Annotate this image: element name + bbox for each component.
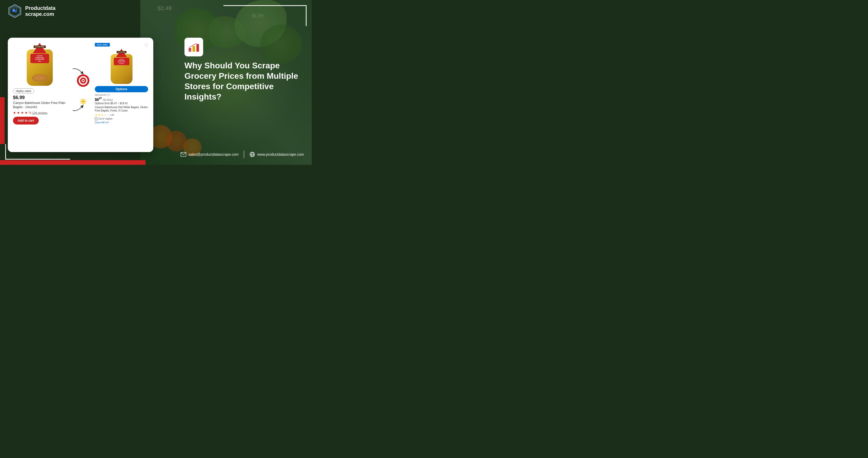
email-address: sales@productdatascrape.com [188, 152, 239, 156]
wm-star-1: ★ [95, 113, 97, 117]
bagel-visual-left [32, 74, 48, 82]
store-logo-divider: ✳ [69, 43, 92, 147]
wm-star-empty-2: ★ [107, 113, 110, 117]
add-to-cart-button[interactable]: Add to cart [13, 117, 39, 124]
logo-text: Productdata scrape.com [25, 5, 56, 17]
snap-eligible-label: ▪ SNAP eligible [95, 118, 148, 120]
logo-icon [8, 4, 22, 18]
heart-icon[interactable]: ♡ [145, 43, 148, 48]
walmart-product-name: Canyon Bakehouse Deli White Bagels, Glut… [95, 105, 148, 112]
email-contact: sales@productdatascrape.com [181, 152, 239, 157]
arrows-container: ✳ [70, 66, 91, 123]
frame-top-right [223, 5, 307, 26]
walmart-price-per-oz: 46.2¢/oz [103, 98, 113, 101]
target-star-rating: ★ ★ ★ ★ ½ 134 reviews [13, 111, 48, 115]
sponsored-label: Sponsored i [95, 94, 148, 96]
wm-star-2: ★ [98, 113, 100, 117]
globe-icon [249, 152, 255, 157]
arrow-curve-bottom [70, 97, 86, 113]
target-product-name: Canyon Bakehouse Gluten Free Plain Bagel… [13, 101, 66, 109]
chart-icon-box: $ [184, 38, 203, 56]
walmart-plus-label: Save with W+ [95, 121, 148, 124]
walmart-product-image: GLUTEN FREE CANYONBAKEHOUSEGLUTEN FREEDe… [95, 49, 148, 84]
gluten-free-label-right: GLUTEN FREE [116, 51, 126, 53]
email-icon [181, 152, 186, 157]
star-5-half: ½ [29, 111, 31, 115]
star-1: ★ [13, 111, 16, 115]
bar-chart-icon: $ [188, 41, 200, 53]
target-product-image: GLUTEN FREE CANYONBAKEHOUSEGLUTEN FREEPl… [13, 43, 66, 86]
svg-rect-15 [196, 44, 199, 52]
contact-bar: sales@productdatascrape.com www.productd… [181, 151, 304, 158]
best-seller-badge: Best seller [95, 43, 110, 47]
sponsored-info-icon: i [107, 94, 110, 96]
snap-icon: ▪ [95, 118, 97, 120]
walmart-options-range: Options from $6.47 – $19.41 [95, 102, 148, 105]
walmart-reviews-count: 136 [110, 114, 114, 116]
walmart-price: $647 46.2¢/oz [95, 97, 148, 102]
target-price: $6.99 [13, 95, 25, 100]
red-accent-bar-bottom [0, 160, 146, 165]
svg-rect-14 [192, 46, 195, 52]
red-accent-bar-left [0, 97, 5, 144]
arrow-curve-top [70, 66, 86, 82]
target-product-section: GLUTEN FREE CANYONBAKEHOUSEGLUTEN FREEPl… [13, 43, 66, 147]
walmart-star-rating: ★ ★ ½ ★ ★ 136 [95, 113, 148, 117]
gluten-free-label-left: GLUTEN FREE [33, 45, 46, 48]
website-contact: www.productdatascrape.com [249, 152, 304, 157]
main-heading: Why Should You Scrape Grocery Prices fro… [184, 60, 304, 102]
star-3: ★ [21, 111, 24, 115]
target-reviews-count: 134 reviews [32, 111, 48, 114]
contact-divider [244, 151, 244, 158]
right-content-area: $ Why Should You Scrape Grocery Prices f… [184, 38, 304, 107]
website-url: www.productdatascrape.com [257, 152, 304, 156]
wm-star-half: ½ [101, 113, 103, 117]
canyon-label-right: CANYONBAKEHOUSEGLUTEN FREEDeli White [114, 58, 129, 65]
wm-star-empty-1: ★ [104, 113, 106, 117]
svg-text:$: $ [189, 50, 190, 52]
logo-area: Productdata scrape.com [8, 4, 56, 18]
walmart-product-section: Best seller ♡ GLUTEN FREE CANYONBAKEHOUS… [95, 43, 148, 147]
product-comparison-card: GLUTEN FREE CANYONBAKEHOUSEGLUTEN FREEPl… [8, 38, 153, 152]
star-4: ★ [25, 111, 28, 115]
options-button[interactable]: Options [95, 86, 148, 92]
highly-rated-badge: Highly rated [13, 88, 34, 94]
star-2: ★ [17, 111, 20, 115]
canyon-label-left: CANYONBAKEHOUSEGLUTEN FREEPlain [30, 54, 49, 63]
bg-price-tag: $2.49 [157, 5, 172, 12]
fruit-shape-3 [166, 131, 187, 152]
